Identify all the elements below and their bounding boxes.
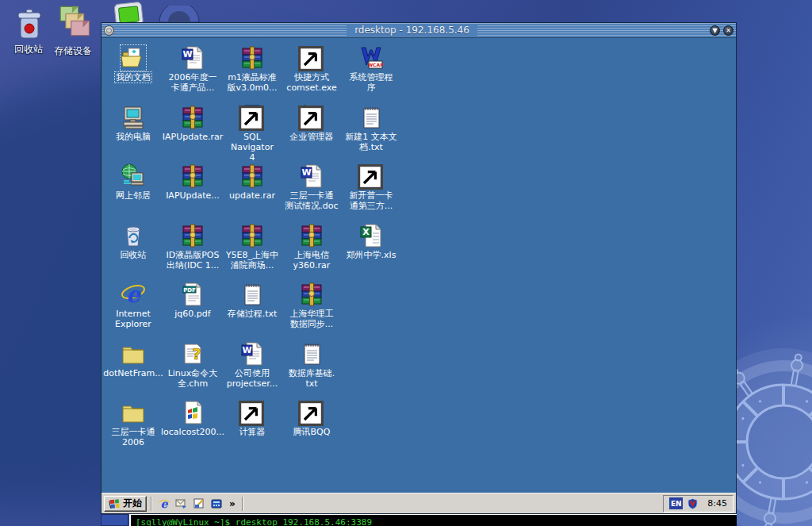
word-icon: W	[180, 45, 205, 71]
desktop-icon[interactable]: 上海电信 y360.rar	[282, 223, 342, 271]
window-titlebar[interactable]: rdesktop - 192.168.5.46 ▼ ✕	[102, 23, 736, 38]
desktop-icon[interactable]: 新建1 文本文 档.txt	[341, 105, 401, 152]
svg-text:X: X	[362, 227, 370, 237]
antivirus-shield-icon[interactable]	[687, 497, 699, 510]
ie-icon: e	[121, 282, 146, 307]
desktop-icon[interactable]: ID液晶版POS 出纳(IDC 1...	[163, 223, 223, 271]
taskbar-separator	[242, 497, 243, 511]
folder-open-icon	[121, 45, 146, 71]
desktop-icon[interactable]: WCAP系统管理程 序	[341, 45, 401, 93]
desktop-icon[interactable]: 数据库基础. txt	[282, 341, 342, 389]
chm-icon: ?	[180, 341, 205, 367]
desktop-icon[interactable]: 三层一卡通 2006	[103, 400, 163, 447]
svg-text:?: ?	[192, 344, 201, 363]
clock[interactable]: 8:45	[707, 498, 727, 509]
desktop-icon[interactable]: 计算器	[222, 400, 282, 437]
desktop-icon-label: 我的文档	[115, 72, 151, 83]
desktop-icon[interactable]: SQL Navigator 4	[222, 105, 282, 163]
desktop-icon[interactable]: Y5E8_上海中 浦院商场...	[222, 223, 282, 271]
desktop-icon-label: 系统管理程 序	[349, 72, 394, 93]
desktop-icon[interactable]: 我的文档	[103, 45, 163, 83]
start-label: 开始	[123, 497, 142, 510]
hammer-icon	[299, 105, 324, 130]
desktop-icon[interactable]: eInternet Explorer	[103, 282, 163, 329]
desktop-icon-label: 计算器	[239, 427, 266, 437]
desktop-icon[interactable]: ?Linux命令大 全.chm	[163, 341, 223, 389]
quick-launch-overflow-button[interactable]: »	[227, 498, 238, 509]
remote-desktop[interactable]: 我的文档W2006年度一 卡通产品...m1液晶标准 版v3.0m0...快捷方…	[102, 38, 736, 493]
desktop-icon-label: Internet Explorer	[114, 309, 152, 329]
desktop-icon[interactable]: dotNetFram...	[103, 341, 163, 378]
linux-icon-label: 存储设备	[48, 44, 98, 58]
system-tray: EN 8:45	[663, 495, 733, 513]
window-title: rdesktop - 192.168.5.46	[117, 25, 707, 36]
window-menu-button[interactable]	[104, 25, 114, 36]
desktop-icon[interactable]: update.rar	[222, 163, 282, 201]
desktop-icon[interactable]: 网上邻居	[103, 163, 163, 201]
desktop-icon-label: 腾讯BQQ	[293, 427, 331, 437]
desktop-icon[interactable]: localcost200...	[163, 400, 223, 437]
desktop-icon-label: 回收站	[120, 250, 147, 260]
desktop-icon[interactable]: X郑州中学.xls	[341, 223, 401, 260]
desktop-icon-label: 上海华理工 数据同步...	[289, 309, 335, 329]
quicklaunch-mail-icon[interactable]	[174, 496, 190, 512]
taskbar: 开始 e » EN 8:45	[102, 493, 736, 513]
desktop-icon[interactable]: m1液晶标准 版v3.0m0...	[222, 45, 282, 93]
desktop-icon[interactable]: 存储过程.txt	[222, 282, 282, 319]
desktop-icon-label: 我的电脑	[115, 132, 151, 142]
quicklaunch-show-desktop-icon[interactable]	[191, 496, 207, 512]
recycle-icon	[121, 223, 146, 248]
desktop-icon-label: 新开普一卡 通第三方...	[349, 190, 394, 211]
computer-icon	[121, 105, 146, 130]
rar-icon	[299, 282, 324, 307]
desktop-icon-label: 郑州中学.xls	[346, 250, 397, 260]
rar-icon	[239, 45, 265, 71]
desktop-icon-label: 2006年度一 卡通产品...	[168, 72, 218, 93]
desktop-icon[interactable]: PDFjq60.pdf	[163, 282, 223, 319]
desktop-icon[interactable]: W2006年度一 卡通产品...	[163, 45, 223, 93]
shade-button[interactable]: ▼	[710, 25, 720, 36]
linux-desktop-icon[interactable]: 存储设备	[48, 5, 98, 58]
quick-launch-bar: e	[156, 496, 224, 512]
desktop-icon-label: 快捷方式 comset.exe	[285, 72, 337, 93]
folder-icon	[121, 400, 146, 425]
desktop-icon[interactable]: IAPUpdate...	[163, 163, 223, 201]
desktop-icon[interactable]: IAPUpdate.rar	[163, 105, 223, 142]
desktop-icon-label: SQL Navigator 4	[222, 132, 282, 163]
desktop-icon-label: 公司使用 projectser...	[226, 368, 279, 389]
rdesktop-window: rdesktop - 192.168.5.46 ▼ ✕ 我的文档W2006年度一…	[101, 22, 737, 514]
start-button[interactable]: 开始	[104, 496, 147, 512]
folder-icon	[121, 341, 146, 367]
desktop-icon[interactable]: 腾讯BQQ	[282, 400, 342, 437]
qq-icon	[299, 400, 324, 425]
calc-icon	[239, 400, 265, 425]
svg-text:e: e	[126, 282, 142, 307]
desktop-icon-label: IAPUpdate...	[165, 190, 220, 201]
desktop-icon[interactable]: 回收站	[103, 223, 163, 260]
rar-icon	[180, 163, 205, 189]
svg-text:e: e	[161, 497, 169, 510]
rar-icon	[180, 223, 205, 248]
word-icon: W	[239, 341, 265, 367]
close-button[interactable]: ✕	[723, 25, 733, 36]
msi-icon	[180, 400, 205, 425]
desktop-icon-label: m1液晶标准 版v3.0m0...	[226, 72, 278, 93]
desktop-icon[interactable]: 新开普一卡 通第三方...	[341, 163, 401, 211]
svg-text:PDF: PDF	[183, 287, 196, 294]
notepad-icon	[239, 282, 265, 307]
language-indicator[interactable]: EN	[669, 497, 683, 509]
desktop-icon[interactable]: W公司使用 projectser...	[222, 341, 282, 389]
desktop-icon[interactable]: 快捷方式 comset.exe	[282, 45, 342, 93]
desktop-icon[interactable]: 企业管理器	[282, 105, 342, 142]
linux-desktop-icon[interactable]: 回收站	[3, 8, 54, 56]
window-fragment	[101, 514, 128, 526]
linux-icon-label: 回收站	[3, 43, 54, 56]
desktop-icon[interactable]: W三层一卡通 测试情况.doc	[282, 163, 342, 211]
terminal-window[interactable]: [sqlly@WyLinux ~]$ rdesktop 192.168.5.46…	[129, 514, 737, 526]
desktop-icon[interactable]: 上海华理工 数据同步...	[282, 282, 342, 329]
quicklaunch-ie-icon[interactable]: e	[156, 496, 172, 512]
quicklaunch-media-player-icon[interactable]	[209, 496, 224, 512]
desktop-icon-label: 存储过程.txt	[227, 309, 278, 319]
desktop-icon[interactable]: 我的电脑	[103, 105, 163, 142]
desktop-icon-label: 上海电信 y360.rar	[293, 250, 331, 271]
